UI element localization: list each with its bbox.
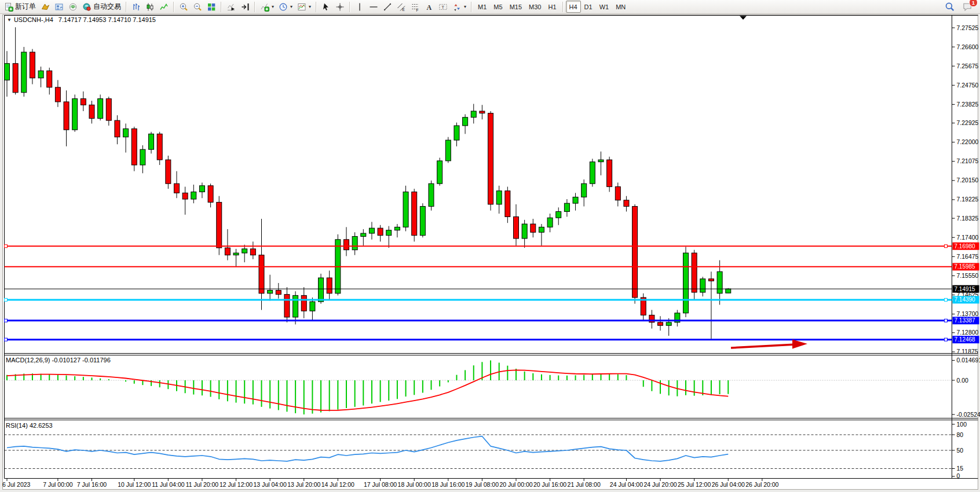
- fibonacci-button[interactable]: F: [408, 0, 422, 13]
- line-handle[interactable]: [5, 338, 8, 341]
- bull-candle: [72, 99, 78, 130]
- bear-candle: [632, 207, 638, 298]
- zoom-in-button[interactable]: [177, 0, 191, 13]
- line-handle[interactable]: [945, 338, 948, 341]
- time-tick-label: 24 Jul 04:00: [610, 481, 643, 488]
- bear-candle: [225, 248, 230, 255]
- trendline-icon: [383, 2, 392, 12]
- trendline-button[interactable]: [381, 0, 394, 13]
- price-tick-label: 7.20150: [957, 177, 979, 183]
- time-tick-label: 18 Jul 16:00: [432, 481, 465, 488]
- chart-area[interactable]: 7.275257.266007.256757.247507.238257.229…: [0, 0, 980, 492]
- profile-charts-icon: [54, 2, 64, 12]
- svg-text:F: F: [416, 8, 419, 12]
- autotrading-label: 自动交易: [93, 2, 121, 12]
- add-indicator-icon: [260, 2, 269, 12]
- text-label-button[interactable]: T: [436, 0, 450, 13]
- tile-windows-button[interactable]: [204, 0, 218, 13]
- line-handle[interactable]: [5, 298, 8, 301]
- rsi-scale-label: 100: [957, 421, 967, 428]
- line-handle[interactable]: [945, 298, 948, 301]
- notifications-button[interactable]: 1: [960, 0, 975, 13]
- macd-indicator-label: MACD(12,26,9) -0.010127 -0.011796: [6, 357, 111, 364]
- equidistant-channel-button[interactable]: E: [394, 0, 408, 13]
- templates-button[interactable]: ▾: [295, 0, 313, 13]
- line-handle[interactable]: [945, 319, 948, 322]
- line-handle[interactable]: [5, 245, 8, 248]
- price-tick-label: 7.26600: [957, 43, 979, 50]
- bear-candle: [708, 279, 714, 281]
- bull-candle: [123, 128, 129, 137]
- autotrading-button[interactable]: 自动交易: [80, 0, 123, 13]
- horizontal-line-button[interactable]: [367, 0, 381, 13]
- notification-badge: 1: [969, 0, 978, 7]
- cursor-icon: [321, 2, 331, 12]
- add-indicator-button[interactable]: ▾: [258, 0, 276, 13]
- periods-button[interactable]: ▾: [276, 0, 295, 13]
- bar-chart-button[interactable]: [129, 0, 143, 13]
- time-tick-label: 18 Jul 00:00: [398, 481, 431, 488]
- new-order-button[interactable]: 新订单: [2, 0, 38, 13]
- time-tick-label: 11 Jul 20:00: [186, 481, 219, 488]
- auto-scroll-button[interactable]: [224, 0, 238, 13]
- bull-candle: [582, 183, 587, 197]
- dropdown-caret-icon: ▾: [272, 4, 274, 9]
- timeframe-W1-button[interactable]: W1: [596, 1, 613, 13]
- arrows-button[interactable]: ▾: [450, 0, 469, 13]
- timeframe-H1-button[interactable]: H1: [544, 1, 560, 13]
- timeframe-M15-button[interactable]: M15: [506, 1, 525, 13]
- bear-candle: [301, 295, 306, 311]
- line-handle[interactable]: [945, 245, 948, 248]
- crosshair-button[interactable]: [333, 0, 347, 13]
- bear-candle: [607, 160, 612, 187]
- timeframe-M5-button[interactable]: M5: [490, 1, 506, 13]
- symbol-dropdown-icon[interactable]: ▼: [7, 17, 12, 23]
- dropdown-caret-icon: ▾: [464, 4, 466, 9]
- ohlc-readout: 7.14717 7.14953 7.14710 7.14915: [58, 16, 156, 23]
- rsi-indicator-label: RSI(14) 42.6253: [6, 422, 53, 429]
- timeframe-M30-button[interactable]: M30: [525, 1, 544, 13]
- price-badge-label: 7.14915: [955, 286, 976, 292]
- text-button[interactable]: A: [422, 0, 436, 13]
- candlestick-chart-button[interactable]: [143, 0, 157, 13]
- time-tick-label: 6 Jul 2023: [2, 481, 31, 488]
- price-tick-label: 7.24750: [957, 82, 979, 89]
- timeframe-M1-button[interactable]: M1: [474, 1, 490, 13]
- macd-scale-label: 0.014691: [957, 357, 980, 364]
- line-chart-button[interactable]: [157, 0, 171, 13]
- new-order-icon: [4, 2, 13, 12]
- chart-wizard-button[interactable]: [38, 0, 52, 13]
- auto-scroll-icon: [226, 2, 236, 12]
- time-tick-label: 20 Jul 00:00: [499, 481, 532, 488]
- profile-charts-button[interactable]: [52, 0, 66, 13]
- bull-candle: [556, 212, 561, 218]
- bull-candle: [199, 186, 204, 192]
- search-button[interactable]: [942, 0, 957, 13]
- bear-candle: [276, 290, 281, 294]
- timeframe-D1-button[interactable]: D1: [581, 1, 596, 13]
- price-tick-label: 7.18325: [957, 215, 979, 222]
- bear-candle: [13, 64, 18, 93]
- line-handle[interactable]: [5, 319, 8, 322]
- chart-wizard-icon: [41, 2, 50, 12]
- price-badge-label: 7.12468: [955, 336, 976, 343]
- price-tick-label: 7.16475: [957, 253, 979, 260]
- chart-shift-button[interactable]: [238, 0, 252, 13]
- zoom-out-button[interactable]: [191, 0, 204, 13]
- vertical-line-button[interactable]: [353, 0, 367, 13]
- price-tick-label: 7.11875: [957, 348, 978, 355]
- price-tick-label: 7.21075: [957, 157, 979, 164]
- signal-button[interactable]: [66, 0, 80, 13]
- price-tick-label: 7.22925: [957, 119, 979, 126]
- dropdown-caret-icon: ▾: [309, 4, 311, 9]
- timeframe-MN-button[interactable]: MN: [612, 1, 629, 13]
- signal-icon: [68, 2, 78, 12]
- timeframe-H4-button[interactable]: H4: [566, 1, 581, 13]
- toolbar-separator: [349, 2, 350, 12]
- cursor-button[interactable]: [319, 0, 333, 13]
- svg-text:A: A: [427, 3, 432, 11]
- time-tick-label: 21 Jul 08:00: [568, 481, 601, 488]
- toolbar-separator: [126, 2, 127, 12]
- candlestick-chart-icon: [145, 2, 155, 12]
- periods-icon: [279, 2, 288, 12]
